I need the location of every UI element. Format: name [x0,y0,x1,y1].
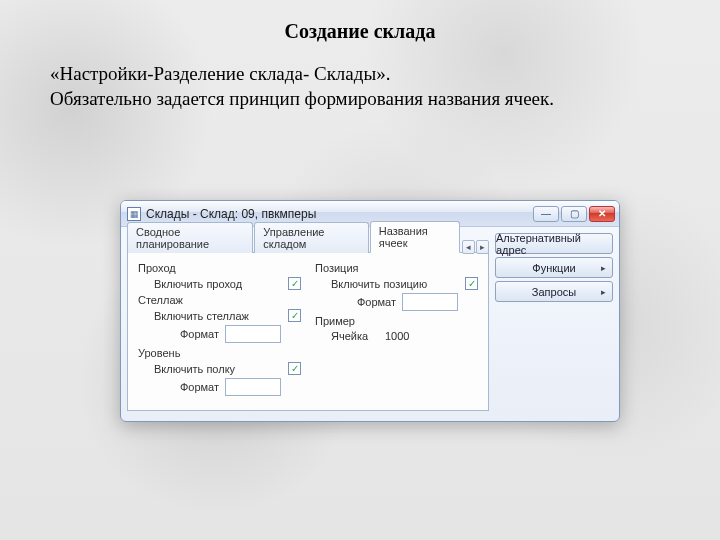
minimize-button[interactable]: — [533,206,559,222]
rack-label: Стеллаж [138,294,183,306]
shelf-format-input[interactable] [225,378,281,396]
include-position-checkbox[interactable]: ✓ [465,277,478,290]
functions-label: Функции [532,262,575,274]
include-aisle-checkbox[interactable]: ✓ [288,277,301,290]
window-title: Склады - Склад: 09, пвкмперы [146,207,533,221]
maximize-button[interactable]: ▢ [561,206,587,222]
cell-value: 1000 [385,330,409,342]
include-aisle-label: Включить проход [154,278,284,290]
page-title: Создание склада [0,20,720,43]
intro-line2: Обязательно задается принцип формировани… [50,88,554,109]
tab-scroll-left[interactable]: ◂ [462,240,475,254]
include-rack-checkbox[interactable]: ✓ [288,309,301,322]
include-shelf-checkbox[interactable]: ✓ [288,362,301,375]
level-label: Уровень [138,347,180,359]
tab-warehouse-management[interactable]: Управление складом [254,222,368,253]
intro-paragraph: «Настройки-Разделение склада- Склады». О… [50,62,670,111]
rack-format-label: Формат [180,328,219,340]
app-icon: ▦ [127,207,141,221]
queries-button[interactable]: Запросы ▸ [495,281,613,302]
aisle-label: Проход [138,262,176,274]
include-shelf-label: Включить полку [154,363,284,375]
bin-names-form: Проход Включить проход ✓ Стеллаж Включит… [127,253,489,411]
rack-format-input[interactable] [225,325,281,343]
intro-line1: «Настройки-Разделение склада- Склады». [50,63,390,84]
alt-address-label: Альтернативный адрес [496,232,612,256]
window-controls: — ▢ ✕ [533,206,615,222]
chevron-right-icon: ▸ [601,287,606,297]
functions-button[interactable]: Функции ▸ [495,257,613,278]
position-format-label: Формат [357,296,396,308]
include-rack-label: Включить стеллаж [154,310,284,322]
example-label: Пример [315,315,355,327]
tabstrip: Сводное планирование Управление складом … [127,231,489,253]
shelf-format-label: Формат [180,381,219,393]
cell-label: Ячейка [331,330,375,342]
tab-summary-planning[interactable]: Сводное планирование [127,222,253,253]
alt-address-button[interactable]: Альтернативный адрес [495,233,613,254]
tab-bin-names[interactable]: Названия ячеек [370,221,461,253]
include-position-label: Включить позицию [331,278,461,290]
window: ▦ Склады - Склад: 09, пвкмперы — ▢ ✕ Сво… [120,200,620,422]
position-label: Позиция [315,262,359,274]
chevron-right-icon: ▸ [601,263,606,273]
tab-scroll-right[interactable]: ▸ [476,240,489,254]
position-format-input[interactable] [402,293,458,311]
queries-label: Запросы [532,286,576,298]
close-button[interactable]: ✕ [589,206,615,222]
